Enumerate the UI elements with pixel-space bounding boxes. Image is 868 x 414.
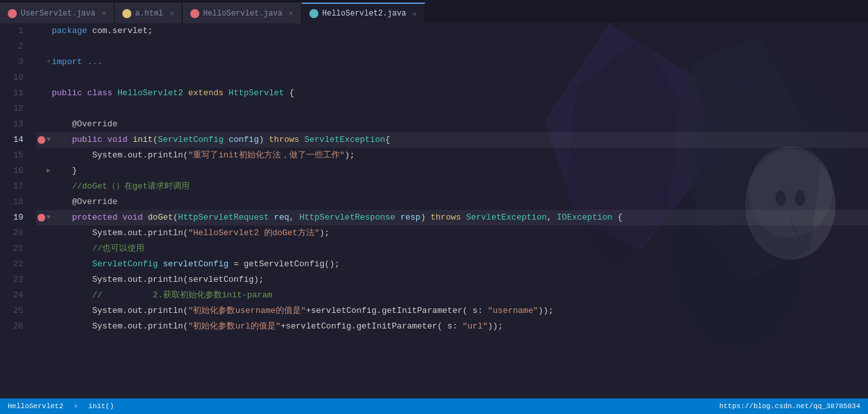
code-line-23: System.out.println(servletConfig);: [36, 272, 868, 288]
code-line-13: @Override: [36, 117, 868, 132]
line-numbers: 1 2 3 10 11 12 13 14 15 16 17 18 19 20 2…: [0, 23, 31, 398]
code-line-1: package com.servlet;: [36, 23, 868, 39]
code-line-20: System.out.println("HelloServlet2 的doGet…: [36, 225, 868, 241]
code-line-11: public class HelloServlet2 extends HttpS…: [36, 86, 868, 101]
code-line-22: ServletConfig servletConfig = getServlet…: [36, 257, 868, 272]
editor: 1 2 3 10 11 12 13 14 15 16 17 18 19 20 2…: [0, 23, 868, 398]
code-line-25: System.out.println("初始化参数username的值是"+se…: [36, 303, 868, 319]
status-right: https://blog.csdn.net/qq_38785034: [719, 402, 860, 410]
code-line-26: System.out.println("初始化参数url的值是"+servlet…: [36, 319, 868, 334]
code-line-16: ▶ }: [36, 163, 868, 179]
java-icon: [8, 9, 17, 18]
fold-icon-19[interactable]: ▼: [47, 210, 50, 225]
tab-ahtml[interactable]: a.html ✕: [115, 3, 183, 23]
tab-helloservlet2[interactable]: HelloServlet2.java ✕: [302, 3, 425, 23]
status-separator: ›: [74, 402, 78, 410]
tab-bar: UserServlet.java ✕ a.html ✕ HelloServlet…: [0, 0, 868, 23]
tab-label: a.html: [135, 9, 163, 18]
code-line-24: // 2.获取初始化参数init-param: [36, 288, 868, 303]
breakpoint-14[interactable]: [38, 136, 45, 144]
code-line-14: ▼ public void init(ServletConfig config)…: [36, 132, 868, 148]
html-icon: [122, 9, 131, 18]
tab-label: HelloServlet2.java: [322, 9, 406, 18]
status-url: https://blog.csdn.net/qq_38785034: [719, 402, 860, 410]
tab-close[interactable]: ✕: [102, 9, 106, 17]
tab-helloservlet[interactable]: HelloServlet.java ✕: [183, 3, 302, 23]
code-line-15: System.out.println("重写了init初始化方法，做了一些工作"…: [36, 148, 868, 163]
breakpoint-19[interactable]: [38, 214, 45, 222]
code-line-19: ▼ protected void doGet(HttpServletReques…: [36, 210, 868, 225]
code-line-17: //doGet（）在get请求时调用: [36, 179, 868, 194]
status-class: HelloServlet2: [8, 402, 63, 410]
code-line-2: [36, 39, 868, 54]
fold-icon[interactable]: +: [47, 54, 50, 70]
tab-close[interactable]: ✕: [289, 9, 293, 17]
code-line-21: //也可以使用: [36, 241, 868, 257]
tab-label: HelloServlet.java: [203, 9, 282, 18]
java2-icon: [309, 9, 318, 18]
tab-label: UserServlet.java: [21, 9, 95, 18]
status-left: HelloServlet2 › init(): [8, 402, 114, 410]
java-icon: [190, 9, 199, 18]
fold-icon-14[interactable]: ▼: [47, 132, 50, 148]
tab-close[interactable]: ✕: [412, 10, 417, 18]
fold-icon-16[interactable]: ▶: [47, 163, 50, 179]
status-bar: HelloServlet2 › init() https://blog.csdn…: [0, 398, 868, 414]
status-method: init(): [88, 402, 114, 410]
code-line-3: + import ...: [36, 54, 868, 70]
tab-userservlet[interactable]: UserServlet.java ✕: [0, 3, 115, 23]
code-line-12: [36, 101, 868, 117]
code-line-10: [36, 70, 868, 86]
code-area[interactable]: package com.servlet; + import ... public…: [31, 23, 868, 398]
code-line-18: @Override: [36, 194, 868, 210]
tab-close[interactable]: ✕: [170, 9, 174, 17]
